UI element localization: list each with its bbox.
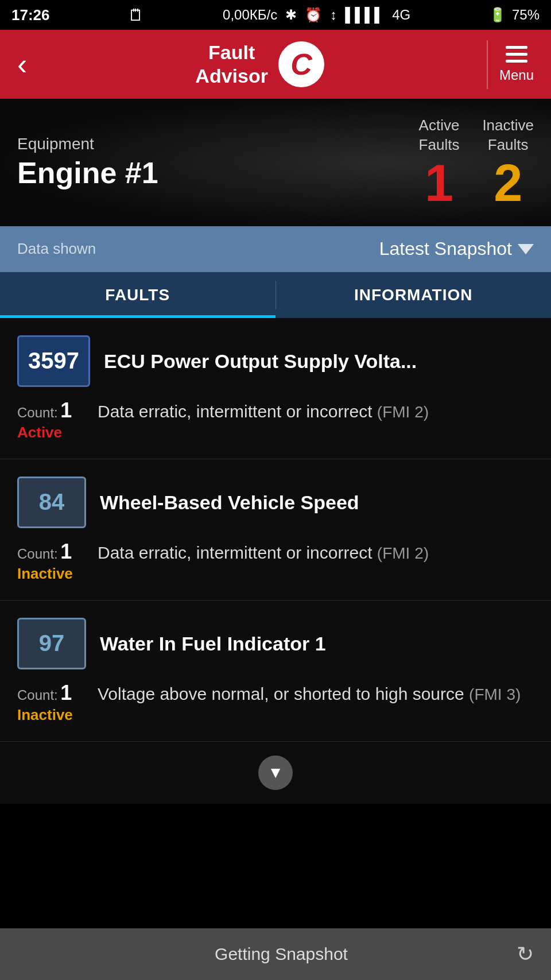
dropdown-triangle-icon: [518, 244, 534, 254]
fault-code-box: 97: [17, 618, 86, 669]
network-icon: 4G: [392, 7, 410, 23]
equipment-section: Equipment Engine #1 ActiveFaults 1 Inact…: [0, 99, 551, 226]
nav-title-area: FaultAdvisor C: [33, 41, 487, 88]
equipment-label: Equipment: [17, 135, 158, 153]
fault-description: Data erratic, intermittent or incorrect …: [98, 398, 534, 424]
count-label: Count:: [17, 687, 58, 703]
status-center-icons: 0,00КБ/с ✱ ⏰ ↕ ▌▌▌▌ 4G: [223, 7, 410, 23]
fault-meta: Count: 1 Active: [17, 398, 80, 441]
fault-fmi: (FMI 2): [377, 544, 429, 562]
fault-item-top: 84 Wheel-Based Vehicle Speed: [17, 477, 534, 528]
fault-item[interactable]: 97 Water In Fuel Indicator 1 Count: 1 In…: [0, 601, 551, 742]
bottom-bar-text: Getting Snapshot: [46, 944, 517, 964]
count-label: Count:: [17, 405, 58, 420]
fault-list: 3597 ECU Power Output Supply Volta... Co…: [0, 318, 551, 742]
inactive-faults-number: 2: [482, 157, 534, 209]
fault-title: Water In Fuel Indicator 1: [100, 631, 534, 656]
menu-lines-icon: [506, 46, 527, 63]
fault-description: Voltage above normal, or shorted to high…: [98, 681, 534, 707]
fault-item[interactable]: 3597 ECU Power Output Supply Volta... Co…: [0, 318, 551, 459]
alarm-icon: ⏰: [305, 7, 322, 23]
fault-count-val: 1: [60, 540, 72, 563]
bars-icon: ▌▌▌▌: [345, 7, 384, 23]
status-bar: 17:26 🗒 0,00КБ/с ✱ ⏰ ↕ ▌▌▌▌ 4G 🔋 75%: [0, 0, 551, 30]
fault-item-bottom: Count: 1 Inactive Data erratic, intermit…: [17, 540, 534, 583]
active-faults-number: 1: [419, 157, 460, 209]
inactive-faults-label: InactiveFaults: [482, 116, 534, 155]
refresh-icon[interactable]: ↻: [517, 942, 534, 966]
equipment-info: Equipment Engine #1: [17, 135, 158, 190]
active-faults-label: ActiveFaults: [419, 116, 460, 155]
data-shown-value[interactable]: Latest Snapshot: [379, 238, 534, 259]
signal-icon: ↕: [330, 7, 337, 23]
fault-fmi: (FMI 2): [377, 403, 429, 421]
status-note-icon: 🗒: [128, 6, 144, 25]
fault-code-box: 84: [17, 477, 86, 528]
scroll-indicator: ▼: [0, 742, 551, 804]
fault-count-val: 1: [60, 681, 72, 704]
battery-percent: 75%: [512, 7, 540, 23]
fault-meta: Count: 1 Inactive: [17, 540, 80, 583]
bottom-bar: Getting Snapshot ↻: [0, 928, 551, 980]
battery-icon: 🔋: [489, 7, 506, 23]
fault-item[interactable]: 84 Wheel-Based Vehicle Speed Count: 1 In…: [0, 459, 551, 601]
back-button[interactable]: ‹: [11, 41, 33, 87]
fault-meta: Count: 1 Inactive: [17, 681, 80, 724]
fault-status: Inactive: [17, 706, 80, 724]
scroll-down-button[interactable]: ▼: [258, 756, 293, 790]
tabs-bar: FAULTS INFORMATION: [0, 272, 551, 318]
cummins-logo: C: [278, 41, 324, 87]
tab-information[interactable]: INFORMATION: [276, 272, 552, 318]
equipment-name: Engine #1: [17, 156, 158, 190]
tab-faults[interactable]: FAULTS: [0, 272, 276, 318]
fault-item-top: 97 Water In Fuel Indicator 1: [17, 618, 534, 669]
status-data-speed: 0,00КБ/с: [223, 7, 277, 23]
fault-fmi: (FMI 3): [469, 685, 521, 703]
menu-button[interactable]: Menu: [487, 40, 540, 89]
bluetooth-icon: ✱: [285, 7, 297, 23]
fault-code-box: 3597: [17, 335, 90, 387]
menu-label: Menu: [499, 67, 534, 83]
nav-title: FaultAdvisor: [195, 41, 268, 88]
nav-bar: ‹ FaultAdvisor C Menu: [0, 30, 551, 99]
inactive-faults-count: InactiveFaults 2: [482, 116, 534, 209]
fault-status: Active: [17, 424, 80, 441]
chevron-down-icon: ▼: [267, 764, 284, 782]
active-faults-count: ActiveFaults 1: [419, 116, 460, 209]
fault-item-bottom: Count: 1 Inactive Voltage above normal, …: [17, 681, 534, 724]
fault-item-bottom: Count: 1 Active Data erratic, intermitte…: [17, 398, 534, 441]
fault-item-top: 3597 ECU Power Output Supply Volta...: [17, 335, 534, 387]
fault-status: Inactive: [17, 565, 80, 583]
fault-counts: ActiveFaults 1 InactiveFaults 2: [419, 116, 534, 209]
status-right-icons: 🔋 75%: [489, 7, 540, 23]
fault-description: Data erratic, intermittent or incorrect …: [98, 540, 534, 565]
fault-count-val: 1: [60, 398, 72, 422]
data-shown-label: Data shown: [17, 240, 96, 258]
fault-title: Wheel-Based Vehicle Speed: [100, 490, 534, 515]
data-shown-bar[interactable]: Data shown Latest Snapshot: [0, 226, 551, 272]
snapshot-value: Latest Snapshot: [379, 238, 512, 259]
count-label: Count:: [17, 546, 58, 561]
fault-title: ECU Power Output Supply Volta...: [104, 348, 534, 374]
status-time: 17:26: [11, 6, 50, 24]
